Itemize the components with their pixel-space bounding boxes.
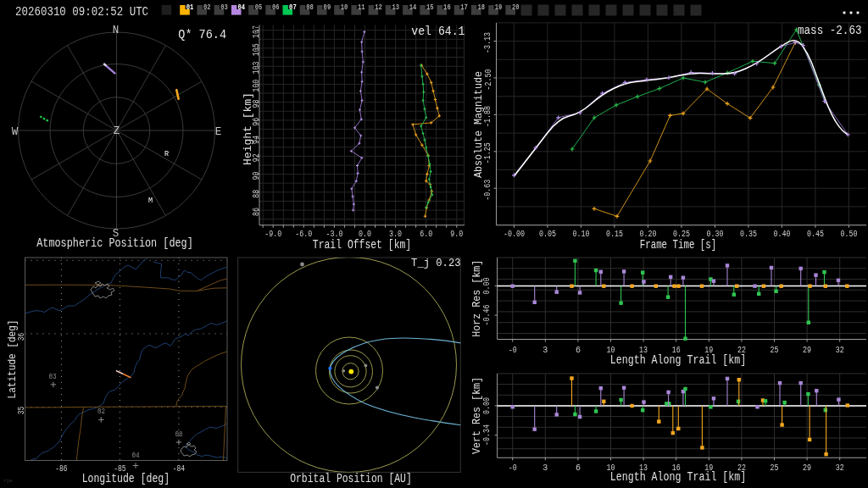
svg-text:0.05: 0.05 bbox=[539, 230, 556, 239]
svg-text:29: 29 bbox=[803, 346, 811, 355]
svg-text:06: 06 bbox=[272, 3, 280, 12]
svg-text:vel 64.1: vel 64.1 bbox=[411, 25, 465, 38]
svg-text:08: 08 bbox=[175, 430, 182, 439]
svg-text:0.35: 0.35 bbox=[740, 230, 757, 239]
svg-text:Frame Time [s]: Frame Time [s] bbox=[640, 238, 716, 252]
svg-text:6.0: 6.0 bbox=[420, 230, 432, 239]
svg-text:-86: -86 bbox=[55, 464, 67, 474]
svg-text:14: 14 bbox=[409, 3, 417, 12]
svg-text:02: 02 bbox=[97, 408, 105, 416]
svg-text:20260310 09:02:52 UTC: 20260310 09:02:52 UTC bbox=[15, 4, 148, 19]
svg-text:100: 100 bbox=[252, 80, 261, 92]
svg-text:10: 10 bbox=[341, 3, 348, 12]
svg-text:6: 6 bbox=[576, 346, 581, 355]
svg-text:3: 3 bbox=[542, 463, 548, 473]
svg-text:Absolute Magnitude: Absolute Magnitude bbox=[472, 71, 485, 178]
svg-text:88: 88 bbox=[252, 190, 261, 198]
svg-text:Length Along Trail [km]: Length Along Trail [km] bbox=[610, 470, 747, 484]
svg-text:-0.00: -0.00 bbox=[504, 230, 525, 239]
svg-text:Atmospheric Position [deg]: Atmospheric Position [deg] bbox=[36, 236, 193, 250]
svg-text:02: 02 bbox=[203, 3, 211, 12]
svg-text:Length Along Trail [km]: Length Along Trail [km] bbox=[610, 353, 747, 367]
svg-text:0.00: 0.00 bbox=[483, 277, 492, 294]
svg-text:W: W bbox=[12, 126, 19, 138]
svg-text:103: 103 bbox=[252, 62, 261, 75]
svg-text:11: 11 bbox=[358, 3, 365, 12]
svg-text:-6.0: -6.0 bbox=[295, 230, 312, 239]
svg-text:12: 12 bbox=[375, 3, 382, 12]
svg-text:R: R bbox=[164, 150, 169, 158]
svg-text:16: 16 bbox=[443, 3, 451, 12]
svg-text:90: 90 bbox=[252, 172, 261, 180]
svg-text:04: 04 bbox=[238, 3, 246, 12]
svg-text:-0.34: -0.34 bbox=[483, 424, 492, 446]
svg-text:-1.25: -1.25 bbox=[484, 142, 493, 164]
svg-text:0.40: 0.40 bbox=[773, 230, 790, 239]
svg-text:18: 18 bbox=[478, 3, 486, 12]
svg-text:05: 05 bbox=[255, 3, 263, 12]
svg-text:86: 86 bbox=[252, 208, 261, 216]
svg-text:08: 08 bbox=[306, 3, 314, 12]
svg-text:19: 19 bbox=[495, 3, 503, 12]
svg-text:3: 3 bbox=[542, 346, 548, 355]
svg-text:32: 32 bbox=[836, 463, 844, 473]
svg-text:T_j 0.23: T_j 0.23 bbox=[411, 257, 460, 269]
svg-text:Z: Z bbox=[114, 125, 120, 137]
svg-text:N: N bbox=[113, 25, 120, 36]
svg-text:-3.13: -3.13 bbox=[484, 32, 493, 53]
svg-text:Horz Res [km]: Horz Res [km] bbox=[471, 260, 484, 337]
svg-text:-0: -0 bbox=[509, 463, 517, 473]
svg-text:-0: -0 bbox=[509, 346, 517, 355]
svg-text:Latitude [deg]: Latitude [deg] bbox=[6, 320, 19, 399]
svg-text:09: 09 bbox=[324, 3, 331, 12]
svg-text:-0.63: -0.63 bbox=[484, 180, 493, 201]
svg-text:04: 04 bbox=[131, 452, 139, 460]
svg-text:9.0: 9.0 bbox=[450, 230, 463, 239]
svg-text:29: 29 bbox=[803, 463, 811, 473]
svg-text:-9.0: -9.0 bbox=[264, 230, 281, 239]
svg-text:01: 01 bbox=[186, 3, 194, 12]
svg-text:0.00: 0.00 bbox=[483, 397, 492, 414]
svg-text:20: 20 bbox=[512, 3, 520, 12]
svg-text:mass -2.63: mass -2.63 bbox=[798, 24, 862, 37]
svg-text:0.10: 0.10 bbox=[572, 230, 589, 239]
svg-text:13: 13 bbox=[392, 3, 399, 12]
svg-text:Q* 76.4: Q* 76.4 bbox=[178, 28, 226, 42]
svg-text:Longitude [deg]: Longitude [deg] bbox=[82, 472, 170, 485]
svg-text:-0.46: -0.46 bbox=[483, 305, 492, 326]
svg-text:35: 35 bbox=[17, 407, 26, 415]
svg-text:Vert Res [km]: Vert Res [km] bbox=[471, 377, 484, 454]
svg-text:107: 107 bbox=[252, 25, 261, 38]
svg-text:17: 17 bbox=[460, 3, 468, 12]
svg-text:E: E bbox=[215, 126, 222, 138]
svg-text:6: 6 bbox=[576, 463, 581, 473]
svg-text:-1.88: -1.88 bbox=[484, 106, 493, 127]
svg-text:rjw: rjw bbox=[3, 478, 13, 484]
svg-text:32: 32 bbox=[836, 346, 844, 355]
svg-text:M: M bbox=[148, 197, 153, 205]
svg-text:03: 03 bbox=[220, 3, 228, 12]
svg-text:0.45: 0.45 bbox=[807, 230, 824, 239]
svg-text:Height [km]: Height [km] bbox=[242, 92, 254, 165]
svg-text:03: 03 bbox=[48, 373, 56, 381]
svg-text:-2.50: -2.50 bbox=[484, 69, 493, 91]
svg-text:105: 105 bbox=[252, 43, 261, 56]
svg-text:-84: -84 bbox=[173, 464, 185, 474]
svg-text:0.50: 0.50 bbox=[840, 230, 857, 239]
svg-text:25: 25 bbox=[771, 346, 779, 355]
svg-text:25: 25 bbox=[771, 463, 779, 473]
svg-text:Orbital Position [AU]: Orbital Position [AU] bbox=[290, 472, 412, 485]
svg-text:0.15: 0.15 bbox=[606, 230, 623, 239]
svg-text:Trail Offset [km]: Trail Offset [km] bbox=[313, 238, 411, 252]
svg-text:07: 07 bbox=[289, 3, 297, 12]
svg-text:15: 15 bbox=[426, 3, 434, 12]
